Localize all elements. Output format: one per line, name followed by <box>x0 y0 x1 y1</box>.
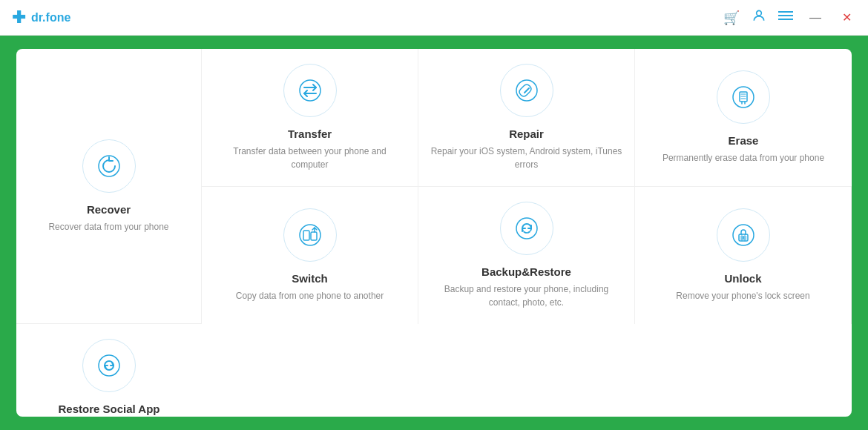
card-recover[interactable]: Recover Recover data from your phone <box>16 49 202 324</box>
repair-title: Repair <box>509 128 544 140</box>
backup-desc: Backup and restore your phone, including… <box>430 282 622 309</box>
card-backup[interactable]: Backup&Restore Backup and restore your p… <box>418 187 635 324</box>
svg-point-5 <box>300 80 320 101</box>
close-button[interactable]: ✕ <box>838 9 856 26</box>
card-transfer[interactable]: Transfer Transfer data between your phon… <box>202 49 418 187</box>
svg-point-0 <box>757 10 762 16</box>
transfer-title: Transfer <box>288 128 332 140</box>
titlebar-right: 🛒 — ✕ <box>723 8 856 27</box>
switch-icon-wrap <box>283 208 337 262</box>
card-erase[interactable]: Erase Permanently erase data from your p… <box>635 49 852 187</box>
repair-icon-wrap <box>500 64 553 117</box>
logo-text: dr.fone <box>31 11 70 24</box>
content-panel: Recover Recover data from your phone Tra… <box>16 49 852 417</box>
svg-point-10 <box>733 87 754 108</box>
svg-rect-19 <box>311 232 317 240</box>
erase-icon-wrap <box>717 70 770 124</box>
main-area: Recover Recover data from your phone Tra… <box>0 36 868 430</box>
unlock-title: Unlock <box>724 272 761 285</box>
menu-icon[interactable] <box>778 10 793 25</box>
recover-icon-wrap <box>82 139 136 193</box>
logo-icon: ✚ <box>12 8 25 27</box>
backup-icon-wrap <box>500 202 553 255</box>
titlebar-left: ✚ dr.fone <box>12 8 70 27</box>
svg-rect-18 <box>303 231 309 240</box>
switch-title: Switch <box>292 272 327 285</box>
transfer-desc: Transfer data between your phone and com… <box>214 145 406 171</box>
recover-desc: Recover data from your phone <box>48 220 168 234</box>
social-icon-wrap <box>82 339 136 392</box>
erase-desc: Permanently erase data from your phone <box>662 151 824 165</box>
social-title: Restore Social App <box>59 403 160 415</box>
user-icon[interactable] <box>752 8 766 27</box>
recover-title: Recover <box>87 203 131 216</box>
card-social[interactable]: Restore Social App Backup&Restore your W… <box>16 324 202 417</box>
svg-point-30 <box>99 355 119 376</box>
svg-point-21 <box>516 218 537 239</box>
minimize-button[interactable]: — <box>805 10 826 26</box>
svg-point-17 <box>300 225 320 245</box>
unlock-icon-wrap <box>717 208 770 262</box>
transfer-icon-wrap <box>283 64 337 117</box>
card-unlock[interactable]: Unlock Remove your phone's lock screen <box>635 187 852 324</box>
cart-icon[interactable]: 🛒 <box>723 10 740 26</box>
svg-point-22 <box>733 225 754 245</box>
switch-desc: Copy data from one phone to another <box>236 289 384 302</box>
titlebar: ✚ dr.fone 🛒 — ✕ <box>0 0 868 36</box>
card-repair[interactable]: Repair Repair your iOS system, Android s… <box>418 49 635 187</box>
repair-desc: Repair your iOS system, Android system, … <box>430 145 622 171</box>
svg-line-9 <box>525 88 529 93</box>
backup-title: Backup&Restore <box>481 265 571 278</box>
unlock-desc: Remove your phone's lock screen <box>676 289 809 302</box>
erase-title: Erase <box>729 134 759 147</box>
card-switch[interactable]: Switch Copy data from one phone to anoth… <box>202 187 418 324</box>
